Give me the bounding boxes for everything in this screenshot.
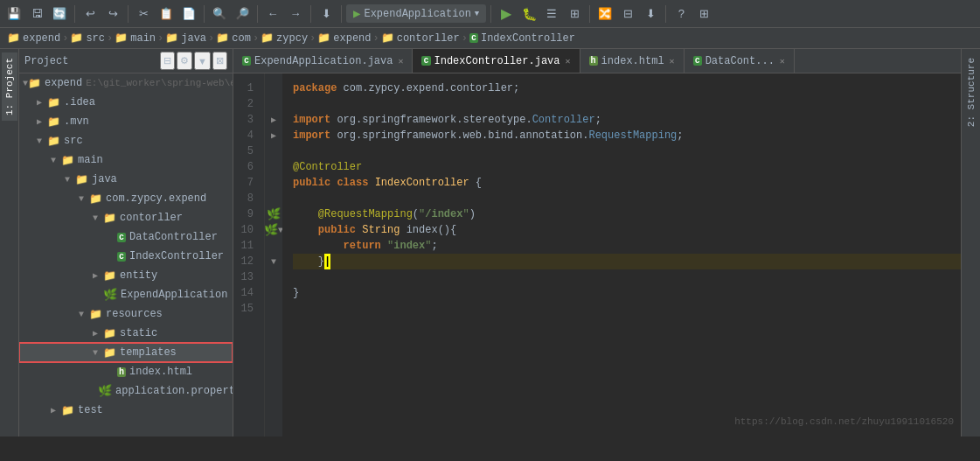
breadcrumb-expend2[interactable]: 📁 expend xyxy=(317,31,371,45)
tree-label-expend-root: expend xyxy=(45,77,82,89)
code-line-9: @RequestMapping("/index") xyxy=(293,206,961,222)
debug-button[interactable]: 🐛 xyxy=(518,3,539,24)
code-editor: 1 2 3 4 5 6 7 8 9 10 11 12 13 14 15 xyxy=(233,73,961,437)
profile-button[interactable]: ⊞ xyxy=(564,3,585,24)
breadcrumb-expend[interactable]: 📁 expend xyxy=(7,31,60,45)
folder-icon-idea: 📁 xyxy=(47,96,60,109)
folder-icon-expend2: 📁 xyxy=(317,31,330,45)
project-panel-tab[interactable]: 1: Project xyxy=(2,52,17,121)
code-content[interactable]: package com.zypcy.expend.contorller; imp… xyxy=(282,73,961,437)
tree-item-mvn[interactable]: ▶ 📁 .mvn xyxy=(19,112,233,131)
sidebar-hide-button[interactable]: ⊠ xyxy=(212,52,227,70)
tree-item-templates[interactable]: ▼ 📁 templates xyxy=(19,343,233,362)
breadcrumb-java[interactable]: 📁 java xyxy=(165,31,206,45)
sync-button[interactable]: 🔄 xyxy=(49,3,70,24)
redo-button[interactable]: ↪ xyxy=(102,3,123,24)
forward-button[interactable]: → xyxy=(285,3,306,24)
structure-button[interactable]: ⊟ xyxy=(617,3,638,24)
tab-close-indexhtml[interactable]: ✕ xyxy=(670,56,675,66)
tab-datacont[interactable]: c DataCont... ✕ xyxy=(685,49,795,73)
tree-label-index-html: index.html xyxy=(129,366,192,378)
breadcrumb-zypcy[interactable]: 📁 zypcy xyxy=(261,31,308,45)
tree-item-expend-root[interactable]: ▼ 📁 expend E:\git_worker\spring-web\expe… xyxy=(19,73,233,93)
tree-label-resources: resources xyxy=(106,308,163,320)
editor-area: c ExpendApplication.java ✕ c IndexContro… xyxy=(233,49,961,437)
breadcrumb-com[interactable]: 📁 com xyxy=(216,31,251,45)
save-button[interactable]: 💾 xyxy=(3,3,24,24)
coverage-button[interactable]: ☰ xyxy=(541,3,562,24)
sep5 xyxy=(310,5,311,23)
collapse-all-button[interactable]: ⊟ xyxy=(160,52,175,70)
tree-item-java[interactable]: ▼ 📁 java xyxy=(19,170,233,189)
help-button[interactable]: ? xyxy=(671,3,692,24)
code-line-4: import org.springframework.web.bind.anno… xyxy=(293,128,961,143)
gutter: ▶ ▶ 🌿 🌿 ▼ ▼ xyxy=(265,73,282,437)
tab-indexcontroller[interactable]: c IndexController.java ✕ xyxy=(413,49,580,73)
gutter-4: ▶ xyxy=(265,128,282,143)
ln-12: 12 xyxy=(233,254,259,269)
find-replace-button[interactable]: 🔎 xyxy=(232,3,253,24)
tab-label-indexhtml: index.html xyxy=(601,55,664,67)
fold-4[interactable]: ▶ xyxy=(271,130,276,141)
tab-icon-datacont: c xyxy=(693,56,702,66)
copy-button[interactable]: 📋 xyxy=(156,3,177,24)
tree-label-com: com.zypcy.expend xyxy=(106,192,206,205)
java-icon-indexcontroller: c xyxy=(117,252,126,262)
folder-icon-contorller: 📁 xyxy=(103,212,116,225)
tab-indexhtml[interactable]: h index.html ✕ xyxy=(580,49,685,73)
run-button[interactable]: ▶ xyxy=(496,3,517,24)
tree-item-idea[interactable]: ▶ 📁 .idea xyxy=(19,93,233,112)
settings-gear-button[interactable]: ⚙ xyxy=(177,52,192,70)
plugins-button[interactable]: ⊞ xyxy=(693,3,714,24)
sep9 xyxy=(665,5,666,23)
tree-item-main[interactable]: ▼ 📁 main xyxy=(19,150,233,170)
tree-label-expendapplication: ExpendApplication xyxy=(121,289,227,301)
tab-close-expapp[interactable]: ✕ xyxy=(398,56,403,66)
sidebar-options-button[interactable]: ▼ xyxy=(194,52,211,70)
tree-item-index-html[interactable]: ▶ h index.html xyxy=(19,362,233,381)
run-config[interactable]: ▶ ExpendApplication ▼ xyxy=(346,4,486,23)
tree-item-entity[interactable]: ▶ 📁 entity xyxy=(19,266,233,285)
tree-item-contorller[interactable]: ▼ 📁 contorller xyxy=(19,208,233,227)
cut-button[interactable]: ✂ xyxy=(133,3,154,24)
tree-item-resources[interactable]: ▼ 📁 resources xyxy=(19,304,233,324)
save-all-button[interactable]: 🖫 xyxy=(26,3,47,24)
tab-expendapplication[interactable]: c ExpendApplication.java ✕ xyxy=(233,49,413,73)
fold-3[interactable]: ▶ xyxy=(271,115,276,125)
code-line-11: return "index"; xyxy=(293,238,961,254)
tree-label-indexcontroller: IndexController xyxy=(129,250,224,262)
folder-icon-mvn: 📁 xyxy=(47,115,60,129)
fold-12[interactable]: ▼ xyxy=(271,257,276,267)
ln-13: 13 xyxy=(233,269,259,285)
folder-icon-src: 📁 xyxy=(70,31,83,45)
sidebar-title: Project xyxy=(24,55,68,67)
tree-item-static[interactable]: ▶ 📁 static xyxy=(19,324,233,343)
tree-item-test[interactable]: ▶ 📁 test xyxy=(19,401,233,420)
breadcrumb-contorller[interactable]: 📁 contorller xyxy=(381,31,460,45)
tree-item-src[interactable]: ▼ 📁 src xyxy=(19,131,233,150)
undo-button[interactable]: ↩ xyxy=(80,3,101,24)
breadcrumb-indexcontroller[interactable]: c IndexController xyxy=(469,32,575,45)
breadcrumb-src[interactable]: 📁 src xyxy=(70,31,105,45)
tab-close-datacont[interactable]: ✕ xyxy=(780,56,785,66)
vcs-button[interactable]: 🔀 xyxy=(594,3,615,24)
tree-item-application-props[interactable]: ▶ 🌿 application.properties xyxy=(19,381,233,401)
back-button[interactable]: ← xyxy=(262,3,283,24)
tab-icon-expapp: c xyxy=(242,56,251,66)
build-button[interactable]: ⬇ xyxy=(316,3,337,24)
tree-item-expendapplication[interactable]: ▶ 🌿 ExpendApplication xyxy=(19,285,233,304)
tab-close-indexctrl[interactable]: ✕ xyxy=(566,56,571,66)
tree-label-application-props: application.properties xyxy=(115,385,233,397)
paste-button[interactable]: 📄 xyxy=(178,3,199,24)
find-button[interactable]: 🔍 xyxy=(209,3,230,24)
folder-icon-contorller: 📁 xyxy=(381,31,394,45)
expand-arrow-main: ▼ xyxy=(51,156,61,165)
tab-icon-indexctrl: c xyxy=(421,56,430,66)
tree-item-com-zypcy-expend[interactable]: ▼ 📁 com.zypcy.expend xyxy=(19,189,233,208)
download-button[interactable]: ⬇ xyxy=(640,3,661,24)
tree-item-indexcontroller[interactable]: ▶ c IndexController xyxy=(19,247,233,266)
folder-icon-src: 📁 xyxy=(47,135,60,148)
breadcrumb-main[interactable]: 📁 main xyxy=(115,31,156,45)
structure-panel-tab[interactable]: 2: Structure xyxy=(963,52,979,132)
tree-item-datacontroller[interactable]: ▶ c DataController xyxy=(19,227,233,247)
